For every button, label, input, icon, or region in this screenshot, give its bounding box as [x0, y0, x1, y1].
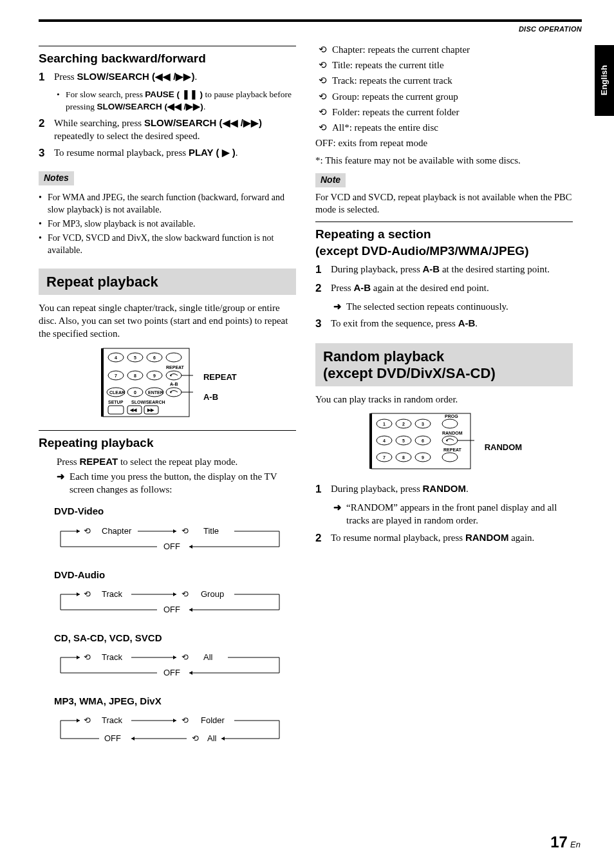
svg-text:⟲: ⟲ — [181, 526, 189, 536]
svg-text:8: 8 — [134, 373, 136, 378]
right-column: ⟲Chapter: repeats the current chapter ⟲T… — [315, 41, 573, 750]
arrow-icon: ➜ — [333, 501, 346, 527]
svg-text:6: 6 — [422, 439, 424, 443]
loop-icon: ⟲ — [315, 121, 330, 134]
svg-point-77 — [442, 436, 458, 445]
svg-point-16 — [166, 371, 181, 380]
format-head: DVD-Audio — [54, 569, 296, 581]
loop-icon: ⟲ — [315, 74, 330, 87]
remote-figure-random: 1 2 3 PROG 4 5 6 RANDOM 7 8 — [315, 412, 573, 473]
search-step-1-sub: • For slow search, press PAUSE ( ❚❚ ) to… — [57, 89, 296, 112]
top-rule — [39, 19, 582, 22]
svg-text:REPEAT: REPEAT — [443, 448, 462, 452]
svg-text:PROG: PROG — [445, 414, 458, 419]
random-step-2: 2 To resume normal playback, press RANDO… — [315, 531, 573, 546]
remote-icon: 4 5 6 7 8 9 REPEAT CLEAR 0 — [98, 347, 194, 418]
box-repeat-playback: Repeat playback — [39, 269, 296, 295]
ab-step-1: 1 During playback, press A-B at the desi… — [315, 263, 573, 278]
section-searching: Searching backward/forward 1 Press SLOW/… — [39, 46, 296, 257]
box-random-playback: Random playback (except DVD/DivX/SA-CD) — [315, 343, 573, 386]
svg-text:7: 7 — [115, 373, 117, 378]
svg-point-85 — [442, 453, 458, 462]
repeat-mode-item: Title: repeats the current title — [332, 59, 444, 71]
random-step-1: 1 During playback, press RANDOM. — [315, 482, 573, 497]
ab-step-2: 2 Press A-B again at the desired end poi… — [315, 281, 573, 296]
svg-text:8: 8 — [402, 455, 405, 460]
callout-ab: A-B — [203, 392, 237, 403]
svg-text:5: 5 — [134, 355, 136, 360]
svg-text:⟲: ⟲ — [181, 652, 189, 662]
svg-text:⟲: ⟲ — [181, 589, 189, 599]
svg-text:RANDOM: RANDOM — [442, 431, 463, 435]
repeat-mode-list: ⟲Chapter: repeats the current chapter ⟲T… — [315, 43, 573, 150]
asterisk-note: *: This feature may not be available wit… — [315, 154, 573, 167]
svg-text:OFF: OFF — [163, 668, 180, 677]
svg-text:Title: Title — [203, 526, 219, 536]
repeat-off-line: OFF: exits from repeat mode — [315, 137, 573, 149]
svg-text:All: All — [207, 733, 217, 743]
svg-point-8 — [166, 353, 181, 362]
svg-text:6: 6 — [153, 355, 156, 360]
notes-label: Notes — [39, 171, 74, 185]
search-notes-list: •For WMA and JPEG, the search function (… — [39, 192, 296, 256]
svg-text:3: 3 — [422, 422, 424, 426]
search-step-3: 3 To resume normal playback, press PLAY … — [39, 146, 296, 161]
svg-text:1: 1 — [383, 422, 386, 426]
svg-text:SLOW/SEARCH: SLOW/SEARCH — [131, 400, 165, 404]
search-step-2: 2 While searching, press SLOW/SEARCH (◀◀… — [39, 117, 296, 143]
svg-text:⟲: ⟲ — [84, 652, 91, 662]
svg-text:Group: Group — [201, 589, 224, 599]
svg-text:Track: Track — [102, 589, 123, 599]
format-head: MP3, WMA, JPEG, DivX — [54, 695, 296, 708]
random-intro: You can play tracks in random order. — [315, 393, 573, 406]
svg-text:Chapter: Chapter — [102, 526, 132, 536]
format-head: CD, SA-CD, VCD, SVCD — [54, 632, 296, 645]
svg-text:OFF: OFF — [104, 733, 121, 743]
page-number: 17 En — [550, 832, 581, 853]
svg-text:ENTER: ENTER — [148, 390, 163, 395]
note-text: For VCD and SVCD, repeat playback is not… — [315, 191, 573, 216]
arrow-icon: ➜ — [333, 300, 346, 313]
svg-text:⟲: ⟲ — [84, 526, 91, 536]
svg-text:⟲: ⟲ — [84, 715, 91, 725]
repeat-mode-item: All*: repeats the entire disc — [332, 121, 438, 134]
svg-text:CLEAR: CLEAR — [109, 390, 125, 395]
cycle-dvd-video: ⟲ Chapter ⟲ Title OFF — [54, 521, 296, 560]
remote-figure-repeat: 4 5 6 7 8 9 REPEAT CLEAR 0 — [39, 347, 296, 421]
svg-text:9: 9 — [422, 455, 424, 460]
note-label: Note — [315, 173, 346, 187]
note-item: For WMA and JPEG, the search function (b… — [48, 192, 296, 216]
svg-text:⟲: ⟲ — [84, 589, 91, 599]
svg-text:2: 2 — [402, 422, 405, 426]
svg-rect-26 — [108, 406, 124, 414]
svg-text:▶▶: ▶▶ — [147, 408, 154, 413]
svg-text:0: 0 — [134, 390, 136, 395]
svg-point-24 — [166, 388, 181, 397]
svg-text:9: 9 — [153, 373, 156, 378]
cycle-cd: ⟲ Track ⟲ All OFF — [54, 647, 296, 686]
svg-text:⟲: ⟲ — [192, 733, 199, 743]
svg-text:REPEAT: REPEAT — [166, 365, 185, 370]
callout-random: RANDOM — [485, 442, 523, 453]
svg-point-69 — [442, 419, 458, 428]
section-repeating-playback: Repeating playback Press REPEAT to selec… — [39, 430, 296, 750]
svg-text:5: 5 — [402, 439, 405, 443]
svg-text:OFF: OFF — [163, 605, 180, 614]
remote-icon: 1 2 3 PROG 4 5 6 RANDOM 7 8 — [366, 412, 476, 470]
arrow-icon: ➜ — [57, 470, 70, 496]
svg-text:◀◀: ◀◀ — [129, 408, 137, 413]
svg-text:Track: Track — [102, 652, 123, 662]
search-step-1: 1 Press SLOW/SEARCH (◀◀ /▶▶). — [39, 70, 296, 85]
svg-text:4: 4 — [383, 439, 386, 443]
svg-rect-61 — [369, 413, 372, 469]
format-head: DVD-Video — [54, 505, 296, 518]
note-item: For VCD, SVCD and DivX, the slow backwar… — [48, 232, 296, 257]
svg-text:4: 4 — [115, 355, 117, 360]
callout-repeat: REPEAT — [203, 372, 237, 383]
repeat-mode-item: Folder: repeats the current folder — [332, 106, 459, 118]
repeat-mode-item: Chapter: repeats the current chapter — [332, 43, 470, 56]
section-title: Repeating playback — [39, 435, 296, 451]
svg-text:SETUP: SETUP — [108, 400, 124, 404]
loop-icon: ⟲ — [315, 90, 330, 103]
svg-text:Track: Track — [102, 715, 123, 725]
